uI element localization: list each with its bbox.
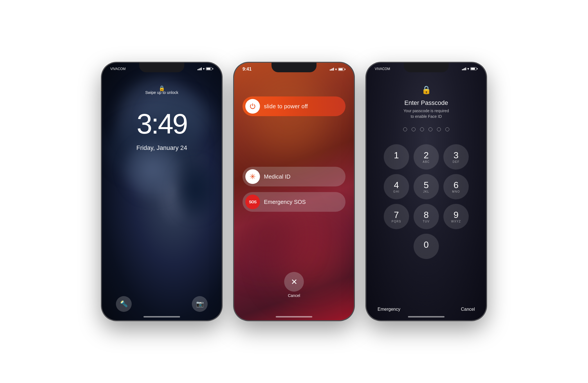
slide-power-off-label: slide to power off <box>264 103 308 110</box>
wifi-icon: ▾ <box>335 67 337 71</box>
key-1-letters <box>396 160 397 163</box>
poweroff-background: 9:41 ▾ <box>234 63 354 320</box>
lockscreen-background: VIVACOM ▾ 🔒 Sw <box>102 63 222 320</box>
battery-icon <box>470 67 478 70</box>
phone-2-poweroff: 9:41 ▾ <box>234 62 354 321</box>
key-9-letters: WXYZ <box>451 220 461 223</box>
battery-icon <box>338 68 345 71</box>
passcode-dots <box>403 127 449 131</box>
glow-3 <box>240 208 296 264</box>
slide-power-off-slider[interactable]: slide to power off <box>243 96 345 116</box>
swipe-unlock-text: Swipe up to unlock <box>145 90 178 95</box>
key-6-letters: MNO <box>452 190 460 193</box>
key-0-num: 0 <box>424 240 429 249</box>
key-4-num: 4 <box>394 181 399 190</box>
key-4[interactable]: 4 GHI <box>384 174 409 199</box>
home-indicator[interactable] <box>276 316 312 317</box>
enter-passcode-label: Enter Passcode <box>404 99 448 107</box>
signal-icon <box>198 67 202 70</box>
time-label: 9:41 <box>243 67 252 72</box>
key-8[interactable]: 8 TUV <box>414 204 439 229</box>
home-indicator[interactable] <box>408 316 445 317</box>
key-1-num: 1 <box>394 151 399 160</box>
key-4-letters: GHI <box>393 190 400 193</box>
key-3-letters: DEF <box>453 160 460 163</box>
signal-icon <box>330 68 334 71</box>
battery-icon <box>206 67 213 70</box>
key-3[interactable]: 3 DEF <box>443 144 469 170</box>
power-button[interactable] <box>354 108 354 133</box>
emergency-sos-label: Emergency SOS <box>264 199 306 205</box>
key-9-num: 9 <box>454 210 459 219</box>
status-icons: ▾ <box>198 67 213 71</box>
power-button[interactable] <box>486 108 487 133</box>
dot-3 <box>420 127 424 131</box>
status-bar: VIVACOM ▾ <box>375 67 478 71</box>
dot-4 <box>428 127 432 131</box>
power-icon <box>245 99 260 114</box>
lock-icon: 🔒 <box>421 85 431 94</box>
cancel-x-icon: ✕ <box>291 277 297 287</box>
emergency-button[interactable]: Emergency <box>378 307 400 312</box>
cancel-label: Cancel <box>288 293 300 298</box>
key-7-letters: PQRS <box>392 220 401 223</box>
signal-icon <box>462 67 466 70</box>
key-0[interactable]: 0 <box>414 234 439 259</box>
lockscreen-bottom-bar: 🔦 📷 <box>102 296 222 312</box>
status-bar: VIVACOM ▾ <box>110 67 213 71</box>
cancel-button[interactable]: ✕ <box>284 272 304 292</box>
home-indicator[interactable] <box>143 316 180 317</box>
subtitle-line1: Your passcode is required <box>403 109 449 113</box>
status-icons: ▾ <box>330 67 345 71</box>
key-8-num: 8 <box>424 210 429 219</box>
passcode-background: VIVACOM ▾ 🔒 En <box>366 63 486 320</box>
lock-date: Friday, January 24 <box>136 144 187 152</box>
phone-3-screen: VIVACOM ▾ 🔒 En <box>366 63 486 320</box>
dot-1 <box>403 127 407 131</box>
key-6[interactable]: 6 MNO <box>443 174 469 199</box>
emergency-sos-slider[interactable]: SOS Emergency SOS <box>243 192 345 212</box>
passcode-subtitle: Your passcode is required to enable Face… <box>403 108 449 119</box>
key-2-num: 2 <box>424 151 429 160</box>
key-8-letters: TUV <box>423 220 430 223</box>
status-bar: 9:41 ▾ <box>243 67 345 72</box>
key-7[interactable]: 7 PQRS <box>384 204 409 229</box>
key-1[interactable]: 1 <box>384 144 409 170</box>
key-2-letters: ABC <box>423 160 430 163</box>
cancel-area: ✕ Cancel <box>284 272 304 298</box>
key-7-num: 7 <box>394 210 399 219</box>
key-2[interactable]: 2 ABC <box>414 144 439 170</box>
key-9[interactable]: 9 WXYZ <box>443 204 469 229</box>
key-3-num: 3 <box>454 151 459 160</box>
subtitle-line2: to enable Face ID <box>411 114 442 119</box>
passcode-bottom-row: Emergency Cancel <box>366 307 486 312</box>
status-icons: ▾ <box>462 67 478 71</box>
flashlight-icon: 🔦 <box>120 300 128 308</box>
flashlight-button[interactable]: 🔦 <box>116 296 132 312</box>
key-empty-left <box>384 234 409 259</box>
medical-id-label: Medical ID <box>264 174 290 180</box>
camera-button[interactable]: 📷 <box>192 296 208 312</box>
carrier-label: VIVACOM <box>110 67 125 71</box>
key-6-num: 6 <box>454 181 459 190</box>
wifi-icon: ▾ <box>203 67 205 71</box>
key-5[interactable]: 5 JKL <box>414 174 439 199</box>
phone-1-lockscreen: VIVACOM ▾ 🔒 Sw <box>101 62 222 321</box>
power-button[interactable] <box>222 108 222 133</box>
lock-time: 3:49 <box>137 108 187 140</box>
medical-id-slider[interactable]: ✳ Medical ID <box>243 167 345 186</box>
phone-2-screen: 9:41 ▾ <box>234 63 354 320</box>
dot-6 <box>445 127 449 131</box>
key-5-num: 5 <box>424 181 429 190</box>
key-5-letters: JKL <box>423 190 429 193</box>
camera-icon: 📷 <box>196 300 204 308</box>
wifi-icon: ▾ <box>467 67 469 71</box>
phone-3-passcode: VIVACOM ▾ 🔒 En <box>366 62 487 321</box>
cancel-button[interactable]: Cancel <box>461 307 475 312</box>
sos-icon: SOS <box>245 195 260 209</box>
cloud-layer-5 <box>174 161 216 217</box>
keypad: 1 2 ABC 3 DEF 4 GHI 5 JKL <box>384 144 469 259</box>
carrier-label: VIVACOM <box>375 67 390 71</box>
sos-text: SOS <box>249 200 257 204</box>
key-empty-right <box>443 234 469 259</box>
